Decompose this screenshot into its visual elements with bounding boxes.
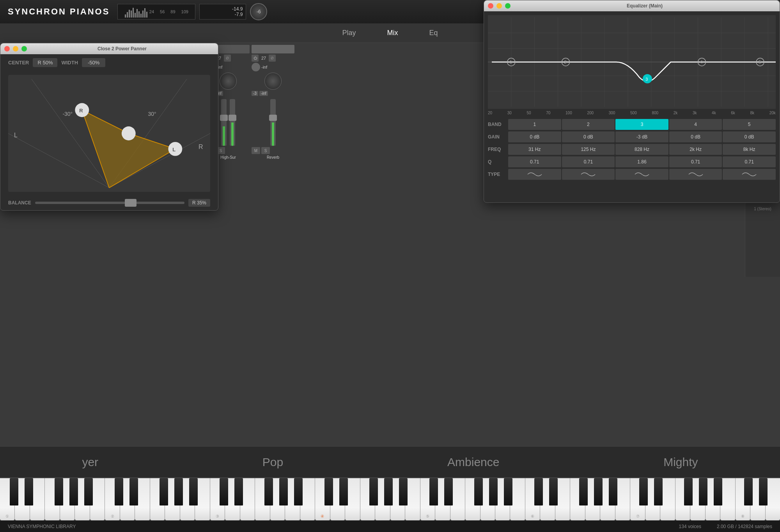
svg-rect-72 xyxy=(654,478,663,505)
midi-bars xyxy=(125,6,147,18)
svg-rect-46 xyxy=(115,478,123,505)
tab-play[interactable]: Play xyxy=(338,29,360,37)
channel-6: ⏻ 27 ∅ -inf -3 -inf M xyxy=(252,45,294,160)
freq-70: 70 xyxy=(546,111,550,115)
width-value[interactable]: -50% xyxy=(82,58,105,67)
svg-rect-71 xyxy=(639,478,648,505)
level-low: -7.9 xyxy=(235,12,243,17)
preset-yer[interactable]: yer xyxy=(82,456,98,469)
q-val-2[interactable]: 0.71 xyxy=(562,156,615,167)
preset-ambience[interactable]: Ambience xyxy=(447,456,499,469)
freq-2k: 2k xyxy=(674,111,678,115)
freq-20: 20 xyxy=(488,111,492,115)
tab-mix[interactable]: Mix xyxy=(383,29,402,37)
key-num-2: ② xyxy=(111,514,114,518)
minimize-button[interactable] xyxy=(13,46,18,51)
center-label: CENTER xyxy=(8,60,29,66)
ch6-eq[interactable] xyxy=(252,45,294,53)
ch6-s-btn[interactable]: S xyxy=(261,147,270,154)
freq-300: 300 xyxy=(609,111,615,115)
ch6-m-btn[interactable]: M xyxy=(252,147,260,154)
ch5-fader-handle2[interactable] xyxy=(229,115,236,121)
ch6-phase-btn[interactable]: ∅ xyxy=(269,55,276,62)
ch6-pan-knob[interactable] xyxy=(264,73,282,90)
svg-point-11 xyxy=(122,126,136,140)
eq-freq-labels: 20 30 50 70 100 200 300 500 800 2k 3k 4k… xyxy=(484,111,780,115)
svg-text:4: 4 xyxy=(700,60,703,64)
balance-slider[interactable] xyxy=(35,202,184,204)
preset-mighty[interactable]: Mighty xyxy=(663,456,698,469)
key-num-5: ⑤ xyxy=(426,514,429,518)
q-val-4[interactable]: 0.71 xyxy=(669,156,722,167)
status-bar: VIENNA SYMPHONIC LIBRARY 134 voices 2.00… xyxy=(0,520,780,532)
midi-num-2: 56 xyxy=(160,9,165,14)
gain-3[interactable]: -3 dB xyxy=(615,131,668,142)
gain-2[interactable]: 0 dB xyxy=(562,131,615,142)
ch5-pan-knob[interactable] xyxy=(220,73,237,90)
freq-val-1[interactable]: 31 Hz xyxy=(508,144,561,155)
type-5[interactable] xyxy=(723,169,776,180)
svg-rect-61 xyxy=(429,478,438,505)
midi-bar-2 xyxy=(127,12,128,18)
ch6-fader-handle[interactable] xyxy=(269,115,277,121)
gain-4[interactable]: 0 dB xyxy=(669,131,722,142)
tab-eq[interactable]: Eq xyxy=(425,29,441,37)
ch6-vol2: -inf xyxy=(259,91,268,96)
eq-graph[interactable]: 1 2 3 4 5 xyxy=(488,15,776,109)
band-4[interactable]: 4 xyxy=(669,119,722,130)
midi-bar-9 xyxy=(140,14,142,18)
close-button[interactable] xyxy=(4,46,10,51)
midi-bar-11 xyxy=(144,8,145,18)
gain-1[interactable]: 0 dB xyxy=(508,131,561,142)
ch5-phase-btn[interactable]: ∅ xyxy=(224,55,231,62)
q-val-5[interactable]: 0.71 xyxy=(723,156,776,167)
key-num-1: ① xyxy=(5,514,9,518)
q-label: Q xyxy=(488,159,507,165)
band-3[interactable]: 3 xyxy=(615,119,668,130)
freq-3k: 3k xyxy=(693,111,697,115)
svg-text:5: 5 xyxy=(759,60,761,64)
ch6-fader-track[interactable] xyxy=(270,99,276,146)
reverb-channel: 1 (Stereo) xyxy=(754,207,771,211)
ch6-reverb: -inf xyxy=(261,65,267,69)
freq-row: FREQ 31 Hz 125 Hz 828 Hz 2k Hz 8k Hz xyxy=(488,144,776,155)
preset-pop[interactable]: Pop xyxy=(262,456,283,469)
freq-val-4[interactable]: 2k Hz xyxy=(669,144,722,155)
type-4[interactable] xyxy=(669,169,722,180)
panner-canvas[interactable]: -30° 30° L R R L xyxy=(8,75,210,192)
master-knob[interactable]: -6 xyxy=(250,3,267,20)
q-val-3[interactable]: 1.86 xyxy=(615,156,668,167)
freq-val-5[interactable]: 8k Hz xyxy=(723,144,776,155)
type-1[interactable] xyxy=(508,169,561,180)
freq-val-3[interactable]: 828 Hz xyxy=(615,144,668,155)
q-val-1[interactable]: 0.71 xyxy=(508,156,561,167)
svg-rect-49 xyxy=(174,478,183,505)
maximize-button[interactable] xyxy=(21,46,27,51)
ch5-fader-handle[interactable] xyxy=(220,115,228,121)
band-1[interactable]: 1 xyxy=(508,119,561,130)
svg-rect-42 xyxy=(25,478,33,505)
ch5-fader-track[interactable] xyxy=(221,99,227,146)
eq-maximize-button[interactable] xyxy=(505,3,511,9)
svg-rect-59 xyxy=(384,478,393,505)
ch5-fader-track2[interactable] xyxy=(230,99,235,146)
type-2[interactable] xyxy=(562,169,615,180)
freq-val-2[interactable]: 125 Hz xyxy=(562,144,615,155)
eq-close-button[interactable] xyxy=(488,3,493,9)
midi-bar-10 xyxy=(142,11,144,18)
ch6-reverb-knob[interactable] xyxy=(252,63,260,71)
keyboard: ① ② ③ ④ xyxy=(0,477,780,520)
center-value[interactable]: R 50% xyxy=(33,58,57,67)
svg-rect-75 xyxy=(714,478,722,505)
eq-minimize-button[interactable] xyxy=(496,3,502,9)
ch6-power-btn[interactable]: ⏻ xyxy=(252,55,259,62)
key-num-7: ⑦ xyxy=(636,514,640,518)
gain-5[interactable]: 0 dB xyxy=(723,131,776,142)
band-5[interactable]: 5 xyxy=(723,119,776,130)
app-title: SYNCHRON PIANOS xyxy=(8,7,110,17)
midi-num-4: 109 xyxy=(181,9,188,14)
svg-rect-65 xyxy=(504,478,512,505)
balance-thumb[interactable] xyxy=(125,199,136,207)
band-2[interactable]: 2 xyxy=(562,119,615,130)
type-3[interactable] xyxy=(615,169,668,180)
